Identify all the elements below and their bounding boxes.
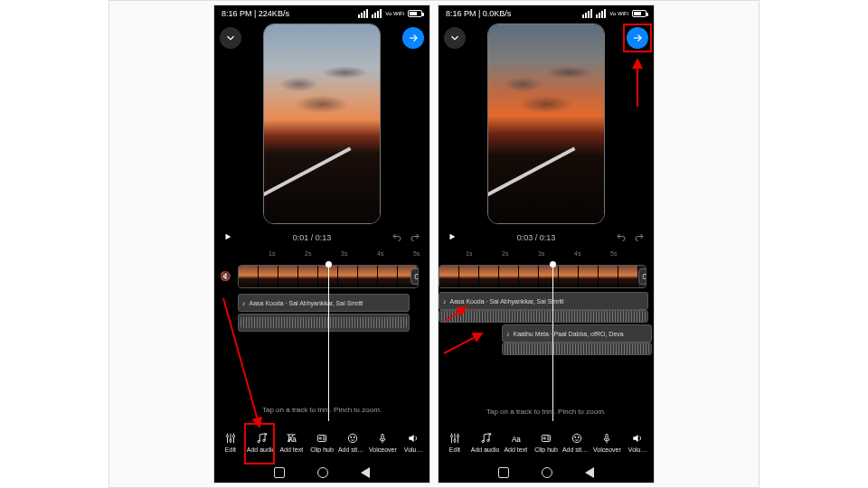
redo-icon[interactable] xyxy=(410,232,420,243)
android-nav-bar xyxy=(439,463,654,483)
music-note-icon: ♪ xyxy=(506,331,510,337)
tool-volume[interactable]: Volu… xyxy=(623,432,652,453)
music-note-icon: ♪ xyxy=(242,300,246,306)
tool-clip-hub[interactable]: Clip hub xyxy=(307,432,336,453)
tool-clip-hub[interactable]: Clip hub xyxy=(532,432,561,453)
svg-point-58 xyxy=(572,434,580,442)
timeline-ruler: 1s 2s 3s 4s 5s xyxy=(439,250,654,263)
tool-edit[interactable]: Edit xyxy=(440,432,469,453)
play-button[interactable] xyxy=(223,232,232,243)
video-track[interactable] xyxy=(439,265,646,288)
nav-recents-icon[interactable] xyxy=(498,467,509,478)
play-button[interactable] xyxy=(448,232,457,243)
nav-back-icon[interactable] xyxy=(361,467,370,478)
status-time: 8:16 PM | 224KB/s xyxy=(222,9,289,18)
annotation-arrow xyxy=(628,56,646,110)
svg-point-6 xyxy=(232,435,234,436)
svg-line-36 xyxy=(646,275,646,279)
signal-icon xyxy=(358,9,368,18)
svg-point-60 xyxy=(578,436,579,437)
signal-icon xyxy=(582,9,592,18)
status-bar: 8:16 PM | 224KB/s Vo WiFi xyxy=(214,5,429,22)
svg-text:Aa: Aa xyxy=(288,435,297,443)
playback-time: 0:03 / 0:13 xyxy=(517,233,556,242)
tool-voiceover[interactable]: Voiceover xyxy=(369,432,398,453)
video-preview[interactable] xyxy=(487,23,605,224)
undo-icon[interactable] xyxy=(392,232,402,243)
svg-line-37 xyxy=(444,333,482,353)
audio-track-label: Kaathu Mela · Paal Dabba, ofRO, Deva xyxy=(514,331,624,337)
svg-point-54 xyxy=(543,436,545,438)
tool-add-audio[interactable]: Add audio xyxy=(247,432,276,453)
undo-icon[interactable] xyxy=(616,232,627,243)
phone-screenshot-left: 8:16 PM | 224KB/s Vo WiFi 0:01 / xyxy=(213,5,430,483)
next-button[interactable] xyxy=(402,27,424,49)
timeline[interactable]: 🔇 ♪ Aasa Kooda · Sai Abhyankkar, Sai Smr… xyxy=(214,263,429,421)
nav-recents-icon[interactable] xyxy=(274,467,285,478)
svg-point-49 xyxy=(486,439,488,441)
collapse-button[interactable] xyxy=(444,27,466,49)
audio-waveform[interactable] xyxy=(238,314,410,332)
next-button[interactable] xyxy=(627,27,648,49)
svg-point-59 xyxy=(574,436,575,437)
audio-track-2[interactable]: ♪ Kaathu Mela · Paal Dabba, ofRO, Deva xyxy=(502,324,652,343)
video-preview[interactable] xyxy=(263,23,381,224)
audio-track-1[interactable]: ♪ Aasa Kooda · Sai Abhyankkar, Sai Smrit… xyxy=(238,294,410,312)
audio-waveform[interactable] xyxy=(439,310,648,323)
transition-icon[interactable] xyxy=(638,268,646,285)
svg-point-48 xyxy=(481,440,483,442)
audio-track-label: Aasa Kooda · Sai Abhyankkar, Sai Smriti xyxy=(450,298,564,305)
svg-marker-34 xyxy=(450,234,456,240)
signal-icon xyxy=(596,9,606,18)
svg-point-5 xyxy=(230,439,231,441)
audio-waveform[interactable] xyxy=(502,343,652,355)
mute-icon[interactable]: 🔇 xyxy=(218,268,232,283)
tool-volume[interactable]: Volu… xyxy=(399,432,428,453)
nav-back-icon[interactable] xyxy=(585,467,594,478)
svg-rect-35 xyxy=(643,275,646,279)
nav-home-icon[interactable] xyxy=(542,467,552,478)
playback-time: 0:01 / 0:13 xyxy=(293,233,332,242)
tool-add-text[interactable]: AaAdd text xyxy=(277,432,306,453)
android-nav-bar xyxy=(214,463,429,483)
timeline[interactable]: 🔇 ♪ Aasa Kooda · Sai Abhyankkar, Sai Smr… xyxy=(439,263,654,421)
playhead[interactable] xyxy=(552,263,553,421)
annotation-arrow xyxy=(442,330,487,357)
svg-marker-28 xyxy=(410,434,414,441)
nav-home-icon[interactable] xyxy=(317,467,328,478)
status-time: 8:16 PM | 0.0KB/s xyxy=(446,9,511,18)
svg-marker-63 xyxy=(634,434,638,441)
transition-icon[interactable] xyxy=(410,268,419,285)
audio-track-1[interactable]: ♪ Aasa Kooda · Sai Abhyankkar, Sai Smrit… xyxy=(439,292,648,310)
toolbar: Edit Add audio AaAdd text Clip hub Add s… xyxy=(214,421,429,463)
timeline-ruler: 1s 2s 3s 4s 5s xyxy=(214,250,429,263)
audio-track-label: Aasa Kooda · Sai Abhyankkar, Sai Smriti xyxy=(250,300,363,306)
hint-text: Tap on a track to trim. Pinch to zoom. xyxy=(439,402,654,421)
status-bar: 8:16 PM | 0.0KB/s Vo WiFi xyxy=(439,5,654,22)
battery-icon xyxy=(408,10,422,17)
trim-handle-start[interactable] xyxy=(238,267,239,286)
redo-icon[interactable] xyxy=(634,232,645,243)
svg-point-41 xyxy=(457,435,458,436)
tool-add-text[interactable]: AaAdd text xyxy=(501,432,530,453)
tool-voiceover[interactable]: Voiceover xyxy=(593,432,622,453)
tool-edit[interactable]: Edit xyxy=(216,432,245,453)
vowifi-icon: Vo WiFi xyxy=(385,11,404,16)
vowifi-icon: Vo WiFi xyxy=(609,11,628,16)
svg-point-24 xyxy=(350,436,351,437)
svg-text:Aa: Aa xyxy=(512,435,521,443)
tool-add-audio[interactable]: Add audio xyxy=(471,432,500,453)
tool-add-stickers[interactable]: Add stick… xyxy=(338,432,367,453)
toolbar: Edit Add audio AaAdd text Clip hub Add s… xyxy=(439,421,654,463)
svg-point-13 xyxy=(257,440,259,442)
music-note-icon: ♪ xyxy=(443,298,447,305)
hint-text: Tap on a track to trim. Pinch to zoom. xyxy=(214,400,429,419)
playhead[interactable] xyxy=(328,263,329,421)
signal-icon xyxy=(372,9,382,18)
tool-add-stickers[interactable]: Add stick… xyxy=(562,432,591,453)
svg-marker-1 xyxy=(226,234,231,240)
collapse-button[interactable] xyxy=(220,27,241,49)
svg-point-14 xyxy=(262,439,264,441)
phone-screenshot-right: 8:16 PM | 0.0KB/s Vo WiFi xyxy=(438,5,655,483)
battery-icon xyxy=(632,10,646,17)
